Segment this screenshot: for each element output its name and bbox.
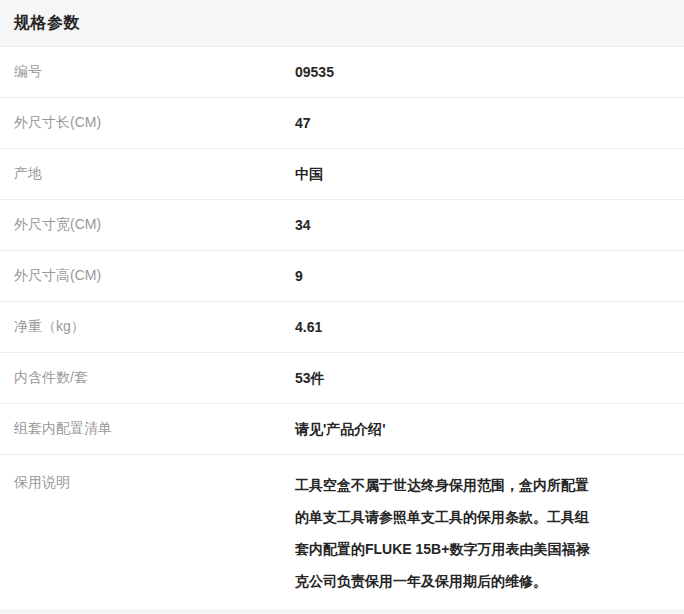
spec-value: 09535: [295, 64, 605, 81]
spec-row-outer-height: 外尺寸高(CM) 9: [0, 251, 684, 302]
spec-value: 53件: [295, 370, 605, 387]
spec-section-header: 规格参数: [0, 0, 684, 47]
spec-value: 34: [295, 217, 605, 234]
spec-label: 外尺寸长(CM): [0, 114, 295, 132]
spec-value: 9: [295, 268, 605, 285]
spec-value: 中国: [295, 166, 605, 183]
spec-value: 47: [295, 115, 605, 132]
spec-row-outer-width: 外尺寸宽(CM) 34: [0, 200, 684, 251]
spec-row-item-number: 编号 09535: [0, 47, 684, 98]
spec-row-origin: 产地 中国: [0, 149, 684, 200]
spec-label: 编号: [0, 63, 295, 81]
spec-value: 工具空盒不属于世达终身保用范围，盒内所配置的单支工具请参照单支工具的保用条款。工…: [295, 469, 605, 597]
spec-label: 产地: [0, 165, 295, 183]
spec-label: 内含件数/套: [0, 369, 295, 387]
spec-label: 外尺寸宽(CM): [0, 216, 295, 234]
spec-label: 外尺寸高(CM): [0, 267, 295, 285]
spec-row-piece-count: 内含件数/套 53件: [0, 353, 684, 404]
spec-label: 组套内配置清单: [0, 420, 295, 438]
spec-row-set-contents: 组套内配置清单 请见'产品介绍': [0, 404, 684, 455]
spec-label: 净重（kg）: [0, 318, 295, 336]
spec-value: 4.61: [295, 319, 605, 336]
spec-table: 编号 09535 外尺寸长(CM) 47 产地 中国 外尺寸宽(CM) 34 外…: [0, 47, 684, 611]
spec-row-outer-length: 外尺寸长(CM) 47: [0, 98, 684, 149]
spec-value: 请见'产品介绍': [295, 421, 605, 438]
section-title: 规格参数: [14, 13, 80, 34]
spec-row-net-weight: 净重（kg） 4.61: [0, 302, 684, 353]
spec-row-warranty-note: 保用说明 工具空盒不属于世达终身保用范围，盒内所配置的单支工具请参照单支工具的保…: [0, 455, 684, 611]
spec-label: 保用说明: [0, 469, 295, 492]
